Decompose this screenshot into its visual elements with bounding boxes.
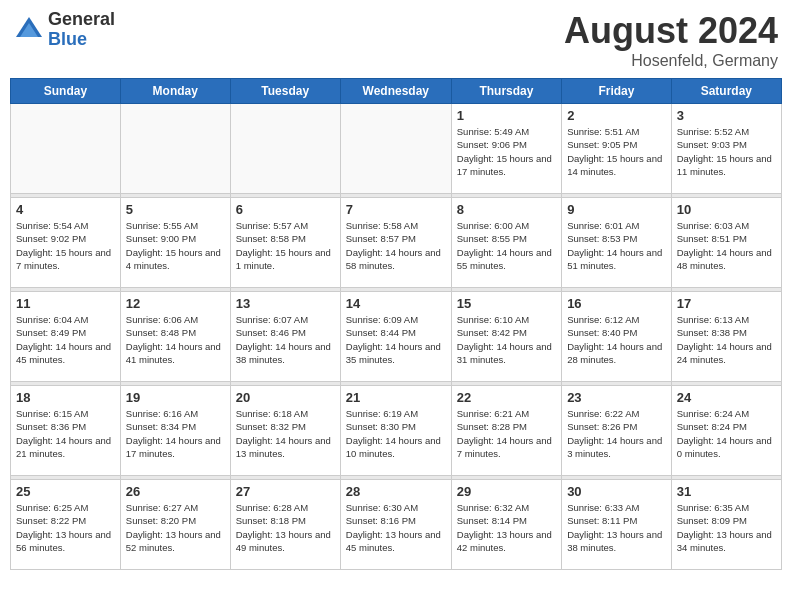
calendar-day-cell: 10Sunrise: 6:03 AM Sunset: 8:51 PM Dayli… (671, 198, 781, 288)
day-info: Sunrise: 6:27 AM Sunset: 8:20 PM Dayligh… (126, 501, 225, 554)
calendar-day-cell: 19Sunrise: 6:16 AM Sunset: 8:34 PM Dayli… (120, 386, 230, 476)
day-number: 13 (236, 296, 335, 311)
calendar-week-row: 11Sunrise: 6:04 AM Sunset: 8:49 PM Dayli… (11, 292, 782, 382)
calendar-day-cell: 12Sunrise: 6:06 AM Sunset: 8:48 PM Dayli… (120, 292, 230, 382)
day-info: Sunrise: 6:24 AM Sunset: 8:24 PM Dayligh… (677, 407, 776, 460)
day-info: Sunrise: 6:28 AM Sunset: 8:18 PM Dayligh… (236, 501, 335, 554)
day-number: 18 (16, 390, 115, 405)
day-info: Sunrise: 6:12 AM Sunset: 8:40 PM Dayligh… (567, 313, 666, 366)
col-header-saturday: Saturday (671, 79, 781, 104)
calendar-day-cell: 5Sunrise: 5:55 AM Sunset: 9:00 PM Daylig… (120, 198, 230, 288)
calendar-day-cell: 9Sunrise: 6:01 AM Sunset: 8:53 PM Daylig… (562, 198, 672, 288)
day-info: Sunrise: 6:13 AM Sunset: 8:38 PM Dayligh… (677, 313, 776, 366)
calendar-day-cell: 15Sunrise: 6:10 AM Sunset: 8:42 PM Dayli… (451, 292, 561, 382)
day-info: Sunrise: 6:18 AM Sunset: 8:32 PM Dayligh… (236, 407, 335, 460)
day-info: Sunrise: 6:32 AM Sunset: 8:14 PM Dayligh… (457, 501, 556, 554)
day-info: Sunrise: 5:51 AM Sunset: 9:05 PM Dayligh… (567, 125, 666, 178)
day-info: Sunrise: 5:55 AM Sunset: 9:00 PM Dayligh… (126, 219, 225, 272)
day-info: Sunrise: 6:30 AM Sunset: 8:16 PM Dayligh… (346, 501, 446, 554)
calendar-day-cell: 30Sunrise: 6:33 AM Sunset: 8:11 PM Dayli… (562, 480, 672, 570)
logo-icon (14, 15, 44, 45)
title-block: August 2024 Hosenfeld, Germany (564, 10, 778, 70)
day-number: 12 (126, 296, 225, 311)
logo-blue-text: Blue (48, 30, 115, 50)
calendar-day-cell (340, 104, 451, 194)
day-number: 27 (236, 484, 335, 499)
day-number: 28 (346, 484, 446, 499)
day-number: 25 (16, 484, 115, 499)
day-number: 23 (567, 390, 666, 405)
day-number: 22 (457, 390, 556, 405)
day-info: Sunrise: 5:49 AM Sunset: 9:06 PM Dayligh… (457, 125, 556, 178)
day-number: 14 (346, 296, 446, 311)
calendar-day-cell: 21Sunrise: 6:19 AM Sunset: 8:30 PM Dayli… (340, 386, 451, 476)
day-number: 4 (16, 202, 115, 217)
calendar-day-cell (120, 104, 230, 194)
calendar-day-cell: 29Sunrise: 6:32 AM Sunset: 8:14 PM Dayli… (451, 480, 561, 570)
day-number: 16 (567, 296, 666, 311)
day-info: Sunrise: 6:15 AM Sunset: 8:36 PM Dayligh… (16, 407, 115, 460)
day-number: 6 (236, 202, 335, 217)
calendar-day-cell (11, 104, 121, 194)
day-info: Sunrise: 5:57 AM Sunset: 8:58 PM Dayligh… (236, 219, 335, 272)
day-number: 8 (457, 202, 556, 217)
day-info: Sunrise: 6:33 AM Sunset: 8:11 PM Dayligh… (567, 501, 666, 554)
day-info: Sunrise: 6:21 AM Sunset: 8:28 PM Dayligh… (457, 407, 556, 460)
calendar-header-row: SundayMondayTuesdayWednesdayThursdayFrid… (11, 79, 782, 104)
day-number: 17 (677, 296, 776, 311)
page-header: General Blue August 2024 Hosenfeld, Germ… (10, 10, 782, 70)
day-info: Sunrise: 6:10 AM Sunset: 8:42 PM Dayligh… (457, 313, 556, 366)
day-number: 24 (677, 390, 776, 405)
calendar-week-row: 18Sunrise: 6:15 AM Sunset: 8:36 PM Dayli… (11, 386, 782, 476)
calendar-day-cell: 4Sunrise: 5:54 AM Sunset: 9:02 PM Daylig… (11, 198, 121, 288)
day-number: 5 (126, 202, 225, 217)
logo: General Blue (14, 10, 115, 50)
day-info: Sunrise: 6:22 AM Sunset: 8:26 PM Dayligh… (567, 407, 666, 460)
calendar-day-cell: 31Sunrise: 6:35 AM Sunset: 8:09 PM Dayli… (671, 480, 781, 570)
logo-general-text: General (48, 10, 115, 30)
day-info: Sunrise: 6:04 AM Sunset: 8:49 PM Dayligh… (16, 313, 115, 366)
calendar-day-cell: 14Sunrise: 6:09 AM Sunset: 8:44 PM Dayli… (340, 292, 451, 382)
calendar-day-cell: 13Sunrise: 6:07 AM Sunset: 8:46 PM Dayli… (230, 292, 340, 382)
col-header-monday: Monday (120, 79, 230, 104)
col-header-friday: Friday (562, 79, 672, 104)
col-header-wednesday: Wednesday (340, 79, 451, 104)
day-info: Sunrise: 5:52 AM Sunset: 9:03 PM Dayligh… (677, 125, 776, 178)
day-number: 29 (457, 484, 556, 499)
calendar-day-cell: 6Sunrise: 5:57 AM Sunset: 8:58 PM Daylig… (230, 198, 340, 288)
day-number: 11 (16, 296, 115, 311)
day-number: 26 (126, 484, 225, 499)
calendar-week-row: 25Sunrise: 6:25 AM Sunset: 8:22 PM Dayli… (11, 480, 782, 570)
calendar-week-row: 1Sunrise: 5:49 AM Sunset: 9:06 PM Daylig… (11, 104, 782, 194)
day-info: Sunrise: 6:16 AM Sunset: 8:34 PM Dayligh… (126, 407, 225, 460)
day-info: Sunrise: 6:35 AM Sunset: 8:09 PM Dayligh… (677, 501, 776, 554)
day-info: Sunrise: 6:01 AM Sunset: 8:53 PM Dayligh… (567, 219, 666, 272)
day-number: 1 (457, 108, 556, 123)
col-header-tuesday: Tuesday (230, 79, 340, 104)
calendar-day-cell: 17Sunrise: 6:13 AM Sunset: 8:38 PM Dayli… (671, 292, 781, 382)
col-header-sunday: Sunday (11, 79, 121, 104)
day-info: Sunrise: 6:09 AM Sunset: 8:44 PM Dayligh… (346, 313, 446, 366)
day-info: Sunrise: 6:06 AM Sunset: 8:48 PM Dayligh… (126, 313, 225, 366)
day-number: 15 (457, 296, 556, 311)
calendar-day-cell (230, 104, 340, 194)
day-info: Sunrise: 6:03 AM Sunset: 8:51 PM Dayligh… (677, 219, 776, 272)
day-number: 2 (567, 108, 666, 123)
day-info: Sunrise: 6:25 AM Sunset: 8:22 PM Dayligh… (16, 501, 115, 554)
calendar-day-cell: 26Sunrise: 6:27 AM Sunset: 8:20 PM Dayli… (120, 480, 230, 570)
day-number: 9 (567, 202, 666, 217)
calendar-day-cell: 8Sunrise: 6:00 AM Sunset: 8:55 PM Daylig… (451, 198, 561, 288)
calendar-day-cell: 28Sunrise: 6:30 AM Sunset: 8:16 PM Dayli… (340, 480, 451, 570)
calendar-day-cell: 3Sunrise: 5:52 AM Sunset: 9:03 PM Daylig… (671, 104, 781, 194)
calendar-day-cell: 11Sunrise: 6:04 AM Sunset: 8:49 PM Dayli… (11, 292, 121, 382)
calendar-day-cell: 20Sunrise: 6:18 AM Sunset: 8:32 PM Dayli… (230, 386, 340, 476)
day-info: Sunrise: 6:19 AM Sunset: 8:30 PM Dayligh… (346, 407, 446, 460)
day-number: 31 (677, 484, 776, 499)
calendar-day-cell: 16Sunrise: 6:12 AM Sunset: 8:40 PM Dayli… (562, 292, 672, 382)
day-number: 3 (677, 108, 776, 123)
calendar-day-cell: 2Sunrise: 5:51 AM Sunset: 9:05 PM Daylig… (562, 104, 672, 194)
logo-text: General Blue (48, 10, 115, 50)
calendar-table: SundayMondayTuesdayWednesdayThursdayFrid… (10, 78, 782, 570)
day-number: 20 (236, 390, 335, 405)
day-info: Sunrise: 5:54 AM Sunset: 9:02 PM Dayligh… (16, 219, 115, 272)
